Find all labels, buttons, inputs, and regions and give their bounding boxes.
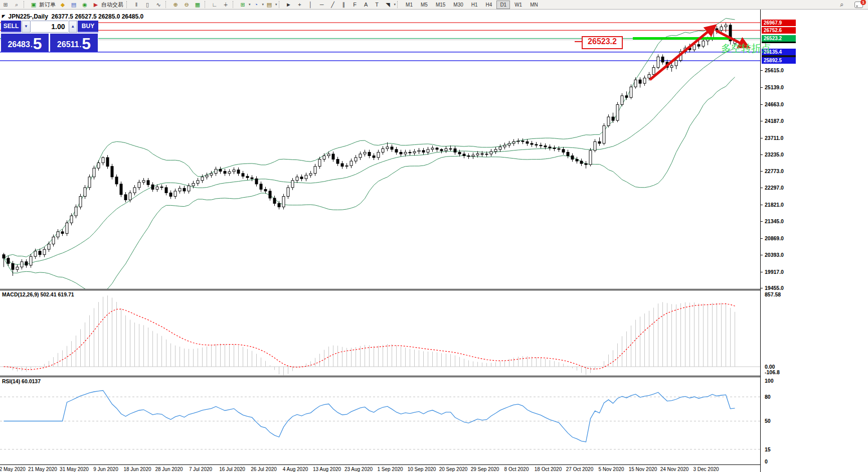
collapse-triangle-icon[interactable]: ◤ [2, 14, 5, 19]
date-label: 26 Jul 2020 [251, 466, 277, 472]
zoom-in-icon[interactable]: ⊕ [170, 1, 181, 9]
toolbar-separator [279, 1, 281, 8]
zoom-out-icon[interactable]: ⊖ [182, 1, 192, 9]
notifications-icon[interactable]: 1 [854, 2, 863, 8]
toolbar-separator [165, 1, 168, 8]
periods-dropdown[interactable]: ◔ [251, 1, 261, 9]
price-tick-label: 22297.0 [765, 185, 784, 191]
timeframe-m30[interactable]: M30 [450, 1, 466, 9]
rsi-pane[interactable] [0, 377, 760, 464]
text-tool[interactable]: A [361, 1, 371, 9]
main-toolbar: ⊞⌕▣新订单◆▤◉▶自动交易‖▯∿⊕⊖▦∟∔⊞▾◔▾▤▾►+│─╱∥FAT◥▾M… [0, 0, 868, 10]
date-label: 9 Jun 2020 [93, 466, 118, 472]
market-watch-icon[interactable]: ◆ [58, 1, 68, 9]
periods-dropdown-caret[interactable]: ▾ [262, 3, 264, 7]
date-label: 8 Oct 2020 [504, 466, 529, 472]
price-tick-mark [761, 104, 763, 105]
add-indicator-icon[interactable]: ∔ [221, 1, 231, 9]
channel-tool[interactable]: ∥ [339, 1, 349, 9]
sell-price-main: 26483 [8, 40, 30, 50]
rsi-scale-label: 80 [765, 394, 771, 400]
price-tick-mark [761, 171, 763, 172]
timeframe-m1[interactable]: M1 [402, 1, 416, 9]
signals-icon[interactable]: ◉ [80, 1, 90, 9]
crosshair-tool[interactable]: + [295, 1, 305, 9]
price-tick-label: 23711.0 [765, 135, 783, 141]
price-tick-mark [761, 255, 763, 255]
cursor-tool[interactable]: ► [284, 1, 294, 9]
trendline-tool[interactable]: ╱ [328, 1, 338, 9]
templates-dropdown-caret[interactable]: ▾ [275, 3, 277, 7]
fibonacci-tool[interactable]: F [350, 1, 360, 9]
arrows-tool-caret[interactable]: ▾ [394, 3, 396, 7]
rsi-scale-label: 100 [765, 378, 774, 384]
annotation-note[interactable]: 多空转折点 [721, 42, 771, 55]
price-annotation-flag[interactable]: 26523.2 [582, 36, 623, 49]
price-tick-label: 23235.0 [765, 151, 784, 158]
timeframe-w1[interactable]: W1 [511, 1, 526, 9]
sell-price-big-digit: 5 [33, 36, 42, 51]
volume-increase-button[interactable]: ▲ [69, 21, 77, 33]
data-window-icon[interactable]: ▤ [69, 1, 79, 9]
date-label: 21 May 2020 [28, 466, 57, 472]
price-tick-mark [761, 154, 763, 155]
autotrading-button-label[interactable]: 自动交易 [101, 1, 123, 9]
search-icon[interactable]: ⌕ [837, 1, 847, 9]
date-label: 3 Dec 2020 [693, 466, 719, 472]
autotrading-button[interactable]: ▶ [91, 1, 101, 9]
line-chart-icon[interactable]: ∿ [153, 1, 163, 9]
price-tick-label: 25615.0 [765, 67, 784, 73]
chart-plot[interactable]: 12 May 202021 May 202031 May 20209 Jun 2… [0, 10, 760, 472]
arrows-tool[interactable]: ◥ [383, 1, 393, 9]
notification-badge: 1 [860, 0, 866, 5]
timeframe-mn[interactable]: MN [527, 1, 542, 9]
date-label: 1 Sep 2020 [377, 466, 403, 472]
price-pane[interactable] [0, 10, 760, 289]
date-label: 13 Aug 2020 [313, 466, 341, 472]
date-label: 12 May 2020 [0, 466, 26, 472]
price-tick-mark [761, 238, 763, 239]
sell-price[interactable]: 26483.5 [1, 34, 49, 52]
timeframe-m5[interactable]: M5 [417, 1, 431, 9]
new-order-button-label[interactable]: 新订单 [39, 1, 56, 9]
bar-chart-icon[interactable]: ‖ [131, 1, 141, 9]
toolbar-separator [126, 1, 129, 8]
tile-windows-icon[interactable]: ▦ [193, 1, 203, 9]
date-label: 23 Aug 2020 [344, 466, 373, 472]
price-tag: 26752.6 [762, 27, 796, 34]
macd-pane[interactable] [0, 290, 760, 376]
volume-decrease-button[interactable]: ▼ [22, 21, 30, 33]
new-order-button[interactable]: ▣ [29, 1, 39, 9]
date-label: 27 Oct 2020 [566, 466, 593, 472]
price-tick-label: 25139.0 [765, 84, 784, 90]
date-label: 16 Jul 2020 [219, 466, 245, 472]
volume-input[interactable] [31, 21, 68, 33]
rsi-scale-label: 15 [765, 446, 771, 452]
time-axis: 12 May 202021 May 202031 May 20209 Jun 2… [0, 464, 760, 472]
buy-button[interactable]: BUY [78, 21, 98, 33]
chart-window[interactable]: 12 May 202021 May 202031 May 20209 Jun 2… [0, 9, 868, 472]
add-chart-dropdown[interactable]: ⊞ [238, 1, 248, 9]
timeframe-m15[interactable]: M15 [432, 1, 449, 9]
macd-scale-label: -106.8 [765, 369, 780, 375]
buy-price[interactable]: 26511.5 [50, 34, 98, 52]
ohlc-values: 26377.5 26527.5 26285.0 26485.0 [52, 13, 144, 20]
timeframe-h4[interactable]: H4 [482, 1, 496, 9]
rsi-indicator-label: RSI(14) 60.0137 [2, 378, 41, 384]
add-chart-dropdown-caret[interactable]: ▾ [249, 3, 251, 7]
timeframe-d1[interactable]: D1 [496, 1, 510, 9]
price-tick-mark [761, 138, 763, 138]
vertical-line-tool[interactable]: │ [306, 1, 316, 9]
price-tick-label: 24663.0 [765, 101, 784, 107]
new-chart-icon[interactable]: ⊞ [1, 1, 11, 9]
price-tick-label: 24187.0 [765, 118, 784, 124]
indicators-icon[interactable]: ∟ [210, 1, 220, 9]
timeframe-h1[interactable]: H1 [468, 1, 481, 9]
sell-button[interactable]: SELL [1, 21, 21, 33]
horizontal-line-tool[interactable]: ─ [317, 1, 327, 9]
label-tool[interactable]: T [372, 1, 382, 9]
profile-icon[interactable]: ⌕ [12, 1, 22, 9]
templates-dropdown[interactable]: ▤ [264, 1, 274, 9]
one-click-trading-panel: SELL ▼ ▲ BUY 26483.5 26511.5 [1, 21, 98, 52]
candlestick-chart-icon[interactable]: ▯ [142, 1, 152, 9]
